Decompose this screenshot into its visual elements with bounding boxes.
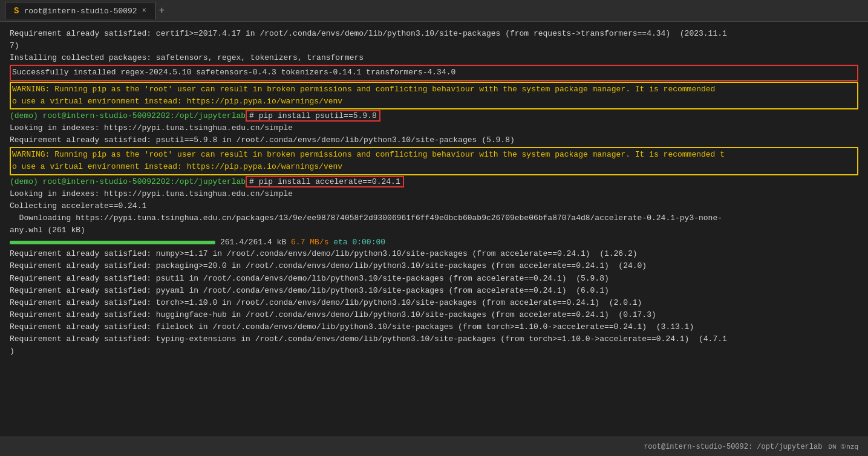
cmd-text: # pip install accelerate==0.24.1 xyxy=(246,176,404,187)
status-label: root@intern-studio-50092: /opt/jupyterla… xyxy=(644,443,822,451)
terminal-line: Looking in indexes: https://pypi.tuna.ts… xyxy=(10,188,858,200)
terminal-line-red-box: Successfully installed regex-2024.5.10 s… xyxy=(10,65,858,80)
terminal-line-yellow-box: WARNING: Running pip as the 'root' user … xyxy=(10,82,858,109)
terminal-area[interactable]: Requirement already satisfied: certifi>=… xyxy=(0,22,868,437)
terminal-line: Requirement already satisfied: huggingfa… xyxy=(10,309,858,321)
cmd-text: # pip install psutil==5.9.8 xyxy=(246,110,380,122)
terminal-line: Requirement already satisfied: numpy>=1.… xyxy=(10,248,858,260)
terminal-line: Collecting accelerate==0.24.1 xyxy=(10,200,858,212)
terminal-line: Requirement already satisfied: typing-ex… xyxy=(10,333,858,357)
tab-label: root@intern-studio-50092 xyxy=(24,7,137,16)
terminal-line-yellow-box: WARNING: Running pip as the 'root' user … xyxy=(10,147,858,175)
prompt-text: (demo) root@intern-studio-50092202:/opt/… xyxy=(10,111,246,120)
progress-fill xyxy=(10,241,215,244)
tab-icon: S xyxy=(14,6,19,16)
add-tab-icon[interactable]: + xyxy=(159,5,165,16)
terminal-line: Looking in indexes: https://pypi.tuna.ts… xyxy=(10,122,858,134)
progress-bar xyxy=(10,241,215,244)
terminal-line: Requirement already satisfied: filelock … xyxy=(10,321,858,333)
progress-info: 261.4/261.4 kB 6.7 MB/s eta 0:00:00 xyxy=(220,238,385,247)
progress-line: 261.4/261.4 kB 6.7 MB/s eta 0:00:00 xyxy=(10,238,858,247)
terminal-line: Requirement already satisfied: psutil==5… xyxy=(10,134,858,146)
terminal-line: Installing collected packages: safetenso… xyxy=(10,52,858,64)
terminal-line: Requirement already satisfied: psutil in… xyxy=(10,273,858,285)
close-icon[interactable]: × xyxy=(142,7,146,15)
prompt-text: (demo) root@intern-studio-50092202:/opt/… xyxy=(10,177,246,186)
terminal-line: Requirement already satisfied: certifi>=… xyxy=(10,28,858,52)
title-bar: S root@intern-studio-50092 × + xyxy=(0,0,868,22)
terminal-line: Downloading https://pypi.tuna.tsinghua.e… xyxy=(10,212,858,236)
terminal-line: Requirement already satisfied: pyyaml in… xyxy=(10,285,858,297)
dn-icon: DN ①nzq xyxy=(828,443,858,451)
terminal-prompt-line: (demo) root@intern-studio-50092202:/opt/… xyxy=(10,176,858,188)
terminal-line: Requirement already satisfied: packaging… xyxy=(10,260,858,272)
terminal-tab[interactable]: S root@intern-studio-50092 × xyxy=(5,2,155,19)
terminal-prompt-line: (demo) root@intern-studio-50092202:/opt/… xyxy=(10,110,858,122)
status-bar: root@intern-studio-50092: /opt/jupyterla… xyxy=(0,437,868,456)
terminal-line: Requirement already satisfied: torch>=1.… xyxy=(10,297,858,309)
